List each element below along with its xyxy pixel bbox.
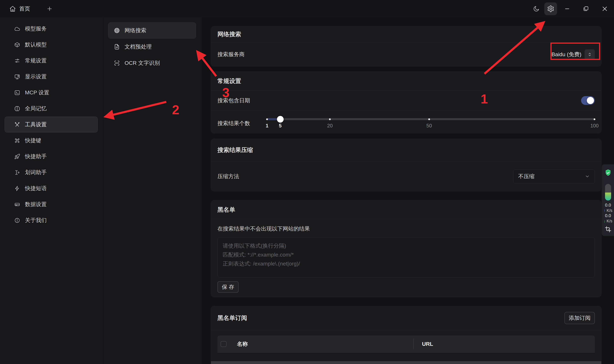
slider-tick-label: 100	[590, 123, 599, 129]
chevrons-up-down-icon	[585, 49, 595, 60]
sidebar-item-quick-phrases[interactable]: 快捷短语	[4, 180, 98, 196]
download-speed-unit: K/s	[607, 218, 612, 223]
provider-label: 搜索服务商	[217, 51, 245, 58]
sidebar-item-label: 显示设置	[25, 73, 47, 80]
slider-mark	[329, 118, 331, 120]
settings-content: 网络搜索 搜索服务商 Baidu (免费) 常规设置 搜索包含日期	[202, 18, 614, 364]
compression-card: 搜索结果压缩 压缩方法 不压缩	[211, 139, 601, 191]
compression-method-label: 压缩方法	[217, 173, 239, 180]
settings-button[interactable]	[544, 2, 557, 15]
compression-card-title: 搜索结果压缩	[211, 139, 601, 161]
subscription-card-header: 黑名单订阅 添加订阅	[211, 306, 601, 330]
subnav-item-doc-preprocess[interactable]: 文档预处理	[108, 39, 196, 55]
globe-icon	[114, 27, 120, 34]
network-speed-widget[interactable]: 0.0 ↑K/s 0.0 ↓K/s	[604, 203, 612, 223]
rocket-icon	[14, 154, 20, 159]
card-title: 黑名单订阅	[217, 314, 247, 322]
sidebar-item-general-settings[interactable]: 常规设置	[4, 53, 98, 69]
arrow-down-icon: ↓	[604, 218, 606, 223]
sidebar-item-model-services[interactable]: 模型服务	[4, 21, 98, 37]
subnav-item-ocr[interactable]: OCR OCR 文字识别	[108, 55, 196, 71]
sidebar-item-tool-settings[interactable]: 工具设置	[4, 117, 98, 132]
provider-select[interactable]: Baidu (免费)	[551, 49, 595, 60]
chevron-down-icon	[585, 174, 590, 179]
blacklist-card-title: 黑名单	[211, 200, 601, 219]
blacklist-input[interactable]	[217, 237, 595, 277]
blacklist-subscription-card: 黑名单订阅 添加订阅 名称 URL	[211, 306, 601, 364]
close-button[interactable]	[601, 6, 608, 12]
toggle-knob	[587, 97, 594, 104]
slider-thumb[interactable]	[277, 116, 284, 123]
sidebar-item-about-us[interactable]: 关于我们	[4, 212, 98, 228]
screenshot-widget[interactable]	[605, 223, 612, 235]
select-all-checkbox[interactable]	[221, 341, 226, 347]
security-widget[interactable]	[604, 165, 612, 182]
include-date-row: 搜索包含日期	[211, 91, 601, 110]
add-subscription-button[interactable]: 添加订阅	[564, 312, 595, 324]
sidebar-item-quick-assistant[interactable]: 快捷助手	[4, 148, 98, 164]
restore-button[interactable]	[583, 6, 589, 12]
tools-icon	[14, 122, 20, 128]
general-settings-card: 常规设置 搜索包含日期 搜索结果个数 1 5 20 50	[211, 72, 601, 133]
subnav-item-web-search[interactable]: 网络搜索	[108, 22, 196, 39]
save-button[interactable]: 保 存	[217, 281, 238, 293]
subscription-table-header: 名称 URL	[217, 335, 595, 353]
package-icon	[14, 42, 20, 48]
web-search-card-title: 网络搜索	[211, 26, 601, 42]
monitor-gear-icon	[14, 74, 20, 80]
include-date-label: 搜索包含日期	[217, 97, 250, 104]
sidebar-item-default-models[interactable]: 默认模型	[4, 37, 98, 53]
slider-mark	[428, 118, 430, 120]
provider-row: 搜索服务商 Baidu (免费)	[211, 42, 601, 66]
card-title: 黑名单	[217, 206, 235, 214]
brain-icon	[14, 106, 20, 112]
sidebar-item-label: 快捷短语	[25, 185, 47, 192]
compression-method-select[interactable]: 不压缩	[513, 169, 595, 183]
arrow-up-icon: ↑	[604, 208, 606, 213]
desktop-widget-panel: 0.0 ↑K/s 0.0 ↓K/s	[602, 164, 614, 236]
sliders-icon	[14, 58, 20, 64]
close-icon	[601, 6, 608, 12]
gauge-widget[interactable]	[605, 182, 611, 202]
general-card-title: 常规设置	[211, 72, 601, 91]
slider-tick-label: 1	[265, 123, 268, 129]
result-count-row: 搜索结果个数 1 5 20 50 100	[211, 110, 601, 133]
subnav-item-label: 网络搜索	[125, 27, 146, 34]
new-tab-button[interactable]	[45, 4, 54, 13]
sidebar-item-data-settings[interactable]: 数据设置	[4, 196, 98, 212]
column-divider	[413, 339, 414, 349]
text-cursor-icon	[14, 169, 20, 175]
sidebar-item-label: 关于我们	[25, 217, 47, 224]
cloud-icon	[14, 26, 20, 32]
sidebar-item-global-memory[interactable]: 全局记忆	[4, 101, 98, 117]
settings-sidebar: 模型服务 默认模型 常规设置 显示设置 MCP 设置 全局记忆 工具设置 快捷	[0, 18, 102, 364]
sidebar-item-label: 划词助手	[25, 169, 47, 176]
sidebar-item-label: 快捷键	[25, 137, 41, 144]
slider-tick-label: 50	[426, 123, 432, 129]
file-code-icon	[114, 44, 120, 50]
sidebar-item-label: 快捷助手	[25, 153, 47, 160]
sidebar-item-label: 默认模型	[25, 41, 47, 48]
moon-icon	[533, 5, 540, 12]
theme-toggle-button[interactable]	[533, 5, 540, 12]
sidebar-item-selection-assistant[interactable]: 划词助手	[4, 164, 98, 180]
info-icon	[14, 217, 20, 223]
crop-icon	[605, 226, 612, 233]
include-date-toggle[interactable]	[581, 96, 595, 105]
sidebar-item-mcp-settings[interactable]: MCP 设置	[4, 85, 98, 101]
sidebar-item-display-settings[interactable]: 显示设置	[4, 69, 98, 85]
column-header-name: 名称	[237, 340, 248, 348]
compression-method-value: 不压缩	[518, 173, 534, 180]
sidebar-item-shortcuts[interactable]: 快捷键	[4, 132, 98, 148]
card-title: 网络搜索	[217, 30, 241, 38]
tab-home[interactable]: 首页	[9, 5, 30, 13]
minimize-icon	[564, 6, 570, 12]
result-count-slider[interactable]: 1 5 20 50 100	[267, 118, 595, 120]
titlebar-actions	[533, 2, 608, 15]
slider-tick-label: 20	[327, 123, 333, 129]
sidebar-item-label: 全局记忆	[25, 105, 47, 112]
upload-speed-unit: K/s	[607, 208, 612, 213]
minimize-button[interactable]	[564, 6, 570, 12]
slider-tick-label: 5	[279, 123, 281, 129]
blacklist-card: 黑名单 在搜索结果中不会出现以下网站的结果 保 存	[211, 200, 601, 297]
